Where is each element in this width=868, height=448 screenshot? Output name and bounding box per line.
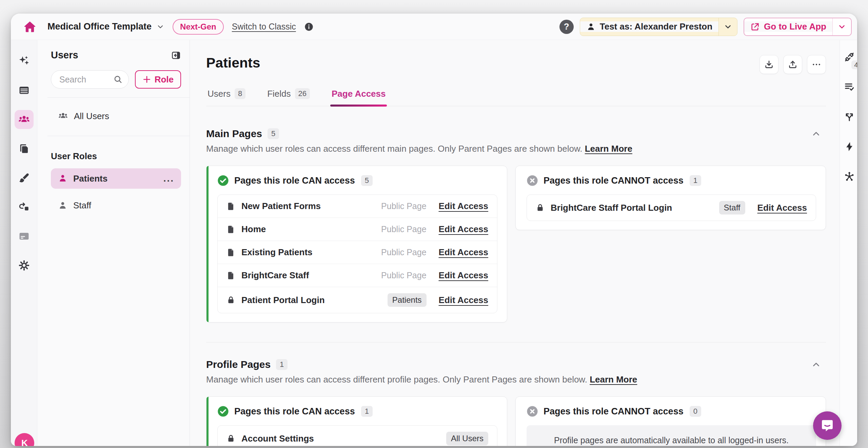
test-as-caret[interactable] [718, 18, 737, 36]
app-switcher[interactable]: Medical Office Template [45, 21, 164, 32]
page-row: Patient Portal Login Patients Edit Acces… [218, 287, 497, 313]
user-roles-heading: User Roles [51, 151, 181, 162]
tab-count-badge: 8 [235, 88, 245, 99]
top-bar: Medical Office Template Next-Gen Switch … [11, 14, 857, 40]
download-icon[interactable] [760, 55, 778, 74]
section-divider [206, 342, 826, 342]
learn-more-link[interactable]: Learn More [585, 144, 632, 154]
edit-access-link[interactable]: Edit Access [439, 224, 488, 235]
switch-to-classic-link[interactable]: Switch to Classic [232, 22, 296, 32]
card-title: Pages this role CAN access [234, 175, 355, 186]
tab-label: Fields [267, 89, 291, 99]
edit-access-link[interactable]: Edit Access [439, 201, 488, 211]
lock-icon [226, 296, 235, 304]
card-count-badge: 5 [361, 175, 373, 186]
page-name: Existing Patients [241, 247, 313, 258]
network-icon[interactable] [842, 169, 857, 184]
card-count-badge: 1 [690, 175, 701, 186]
edit-access-link[interactable]: Edit Access [757, 203, 807, 213]
divider [47, 136, 190, 136]
user-icon [586, 22, 596, 32]
page-row: Home Public Page Edit Access [218, 218, 497, 241]
account-avatar[interactable]: K [15, 433, 34, 446]
checklist-icon[interactable] [842, 79, 857, 94]
card-count-badge: 0 [690, 406, 701, 417]
more-icon[interactable] [807, 55, 826, 74]
plug-icon[interactable]: 4 [842, 50, 857, 64]
role-menu-ellipsis-icon[interactable]: ... [163, 173, 174, 184]
tab-page-access[interactable]: Page Access [330, 88, 387, 106]
all-users-item[interactable]: All Users [51, 105, 181, 127]
x-circle-icon [527, 406, 538, 417]
ai-sparkles-icon[interactable] [15, 52, 34, 71]
page-name: Home [241, 224, 266, 235]
home-icon[interactable] [23, 20, 37, 34]
section-title: Main Pages [206, 128, 262, 139]
app-title: Medical Office Template [47, 21, 152, 32]
file-icon [226, 248, 235, 257]
edit-access-link[interactable]: Edit Access [439, 295, 488, 305]
tables-icon[interactable] [15, 81, 34, 100]
add-role-label: Role [155, 74, 174, 85]
file-icon [226, 225, 235, 234]
role-item-patients[interactable]: Patients ... [51, 168, 181, 189]
bolt-icon[interactable] [842, 139, 857, 154]
user-icon [58, 173, 68, 184]
role-name: Staff [73, 200, 91, 211]
cannot-access-card: Pages this role CANNOT access 1 BrightCa… [515, 166, 826, 230]
chevron-up-icon[interactable] [811, 359, 826, 370]
learn-more-link[interactable]: Learn More [590, 374, 637, 385]
external-link-icon [750, 22, 760, 32]
tab-bar: Users 8 Fields 26 Page Access [206, 88, 826, 106]
page-access-type: Public Page [381, 247, 426, 257]
tab-label: Page Access [332, 89, 386, 99]
live-app-caret[interactable] [832, 18, 851, 35]
edit-access-link[interactable]: Edit Access [439, 270, 488, 281]
card-count-badge: 1 [361, 406, 373, 417]
info-icon[interactable] [304, 22, 314, 32]
go-to-live-app-button[interactable]: Go to Live App [744, 18, 852, 36]
chat-icon [820, 418, 835, 433]
role-item-staff[interactable]: Staff [51, 195, 181, 216]
all-users-label: All Users [74, 111, 109, 122]
help-icon[interactable]: ? [559, 20, 574, 34]
section-count-badge: 5 [268, 128, 279, 139]
pages-icon[interactable] [15, 139, 34, 158]
branch-icon[interactable] [842, 109, 857, 124]
file-icon [226, 202, 235, 211]
billing-card-icon[interactable] [15, 227, 34, 246]
role-access-badge: All Users [446, 432, 488, 445]
search-icon [113, 75, 123, 84]
page-access-type: Public Page [381, 224, 426, 234]
chevron-up-icon[interactable] [811, 129, 826, 139]
users-panel-title: Users [51, 50, 78, 61]
go-to-live-app-label: Go to Live App [764, 21, 826, 32]
can-access-card: Pages this role CAN access 1 Account Set… [206, 396, 507, 446]
upload-icon[interactable] [783, 55, 802, 74]
settings-gear-icon[interactable] [15, 256, 34, 275]
collapse-panel-icon[interactable] [171, 50, 181, 60]
plug-count-badge: 4 [851, 60, 857, 69]
users-section-icon[interactable] [15, 110, 34, 129]
next-gen-badge: Next-Gen [173, 19, 224, 35]
brush-icon[interactable] [15, 168, 34, 187]
page-row: Existing Patients Public Page Edit Acces… [218, 241, 497, 264]
add-role-button[interactable]: Role [135, 70, 181, 89]
divider [47, 97, 190, 98]
page-access-type: Public Page [381, 201, 426, 211]
page-row: BrightCare Staff Portal Login Staff Edit… [527, 195, 816, 221]
edit-access-link[interactable]: Edit Access [439, 247, 488, 258]
page-name: New Patient Forms [241, 201, 321, 211]
chat-launcher[interactable] [813, 411, 842, 440]
page-title: Patients [206, 55, 260, 71]
role-access-badge: Patients [388, 293, 427, 307]
test-as-button[interactable]: Test as: Alexander Preston [580, 18, 737, 36]
tab-fields[interactable]: Fields 26 [266, 88, 311, 106]
lock-icon [226, 434, 235, 443]
flows-icon[interactable] [15, 198, 34, 217]
can-access-card: Pages this role CAN access 5 New Patient… [206, 166, 507, 322]
page-name: BrightCare Staff [241, 270, 309, 281]
page-row: Account Settings All Users [218, 426, 497, 446]
page-name: Account Settings [241, 433, 314, 444]
tab-users[interactable]: Users 8 [206, 88, 247, 106]
